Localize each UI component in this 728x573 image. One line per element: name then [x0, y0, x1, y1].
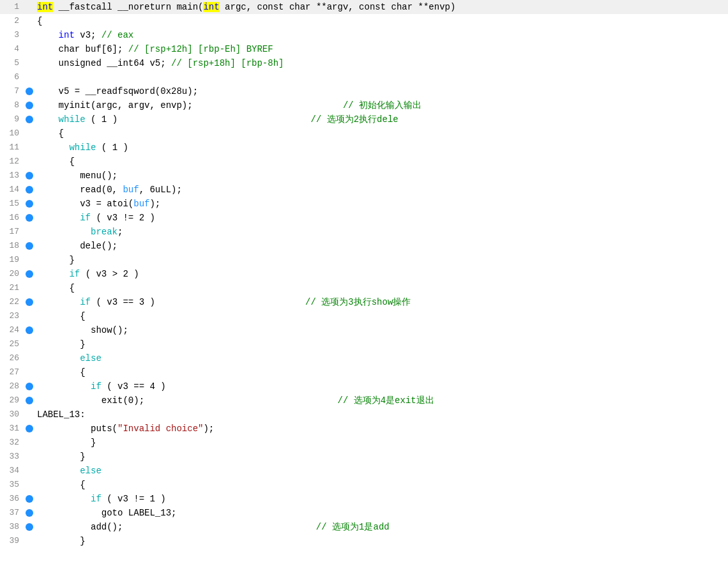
code-line: 4 char buf[6]; // [rsp+12h] [rbp-Eh] BYR…: [0, 42, 728, 56]
line-number: 5: [0, 56, 24, 70]
code-line: 35 {: [0, 478, 728, 492]
line-number: 13: [0, 169, 24, 183]
code-text: while ( 1 ): [34, 141, 728, 155]
code-line: 18 dele();: [0, 239, 728, 253]
bp-dot: [26, 397, 33, 404]
breakpoint[interactable]: [24, 88, 34, 95]
line-number: 36: [0, 492, 24, 506]
line-number: 33: [0, 450, 24, 464]
code-line: 33 }: [0, 450, 728, 464]
breakpoint[interactable]: [24, 425, 34, 432]
line-number: 28: [0, 379, 24, 393]
line-number: 1: [0, 0, 24, 14]
bp-dot: [26, 270, 33, 278]
line-number: 19: [0, 253, 24, 267]
line-number: 11: [0, 141, 24, 155]
code-line: 13 menu();: [0, 169, 728, 183]
code-line: 37 goto LABEL_13;: [0, 506, 728, 520]
code-line: 5 unsigned __int64 v5; // [rsp+18h] [rbp…: [0, 56, 728, 70]
breakpoint[interactable]: [24, 270, 34, 278]
code-text: puts("Invalid choice");: [34, 422, 728, 436]
code-line: 27 {: [0, 365, 728, 379]
code-text: goto LABEL_13;: [34, 506, 728, 520]
code-text: dele();: [34, 239, 728, 253]
line-number: 18: [0, 239, 24, 253]
breakpoint[interactable]: [24, 200, 34, 208]
code-text: v5 = __readfsqword(0x28u);: [34, 84, 728, 98]
code-line: 9 while ( 1 ) // 选项为2执行dele: [0, 112, 728, 126]
bp-dot: [26, 116, 33, 123]
breakpoint[interactable]: [24, 298, 34, 306]
line-number: 16: [0, 211, 24, 225]
bp-dot: [26, 172, 33, 180]
code-text: menu();: [34, 169, 728, 183]
code-line: 3 int v3; // eax: [0, 28, 728, 42]
line-number: 29: [0, 393, 24, 408]
breakpoint[interactable]: [24, 509, 34, 517]
code-text: }: [34, 436, 728, 450]
line-number: 14: [0, 183, 24, 197]
bp-dot: [26, 425, 33, 432]
code-text: {: [34, 478, 728, 492]
breakpoint[interactable]: [24, 495, 34, 503]
breakpoint[interactable]: [24, 116, 34, 123]
code-line: 32 }: [0, 436, 728, 450]
line-number: 22: [0, 295, 24, 309]
code-text: if ( v3 != 2 ): [34, 211, 728, 225]
code-line: 22 if ( v3 == 3 ) // 选项为3执行show操作: [0, 295, 728, 309]
code-line: 12 {: [0, 155, 728, 169]
line-number: 34: [0, 464, 24, 478]
code-text: v3 = atoi(buf);: [34, 197, 728, 211]
code-text: while ( 1 ) // 选项为2执行dele: [34, 112, 728, 126]
breakpoint[interactable]: [24, 186, 34, 194]
breakpoint[interactable]: [24, 214, 34, 222]
code-text: show();: [34, 323, 728, 337]
code-line: 10 {: [0, 126, 728, 141]
breakpoint[interactable]: [24, 397, 34, 404]
code-text: if ( v3 != 1 ): [34, 492, 728, 506]
line-number: 21: [0, 281, 24, 295]
bp-dot: [26, 186, 33, 194]
code-line: 28 if ( v3 == 4 ): [0, 379, 728, 393]
code-text: }: [34, 450, 728, 464]
code-text: char buf[6]; // [rsp+12h] [rbp-Eh] BYREF: [34, 42, 728, 56]
code-line: 2{: [0, 14, 728, 28]
code-line: 8 myinit(argc, argv, envp); // 初始化输入输出: [0, 98, 728, 112]
line-number: 12: [0, 155, 24, 169]
code-text: myinit(argc, argv, envp); // 初始化输入输出: [34, 98, 728, 112]
breakpoint[interactable]: [24, 383, 34, 390]
line-number: 27: [0, 365, 24, 379]
line-number: 26: [0, 351, 24, 365]
breakpoint[interactable]: [24, 523, 34, 531]
bp-dot: [26, 383, 33, 390]
code-text: if ( v3 == 3 ) // 选项为3执行show操作: [34, 295, 728, 309]
code-line: 7 v5 = __readfsqword(0x28u);: [0, 84, 728, 98]
code-line: 30LABEL_13:: [0, 408, 728, 422]
line-number: 24: [0, 323, 24, 337]
code-text: }: [34, 253, 728, 267]
line-number: 7: [0, 84, 24, 98]
line-number: 38: [0, 520, 24, 534]
code-line: 25 }: [0, 337, 728, 351]
code-line: 34 else: [0, 464, 728, 478]
line-number: 17: [0, 225, 24, 239]
code-line: 38 add(); // 选项为1是add: [0, 520, 728, 534]
code-line: 23 {: [0, 309, 728, 323]
line-number: 2: [0, 14, 24, 28]
code-text: else: [34, 351, 728, 365]
breakpoint[interactable]: [24, 242, 34, 250]
line-number: 32: [0, 436, 24, 450]
code-text: LABEL_13:: [34, 408, 728, 422]
breakpoint[interactable]: [24, 102, 34, 109]
line-number: 4: [0, 42, 24, 56]
code-line: 11 while ( 1 ): [0, 141, 728, 155]
code-text: exit(0); // 选项为4是exit退出: [34, 393, 728, 408]
breakpoint[interactable]: [24, 172, 34, 180]
breakpoint[interactable]: [24, 326, 34, 334]
code-text: }: [34, 337, 728, 351]
code-line: 17 break;: [0, 225, 728, 239]
code-text: unsigned __int64 v5; // [rsp+18h] [rbp-8…: [34, 56, 728, 70]
code-text: int v3; // eax: [34, 28, 728, 42]
code-line: 24 show();: [0, 323, 728, 337]
code-text: read(0, buf, 6uLL);: [34, 183, 728, 197]
